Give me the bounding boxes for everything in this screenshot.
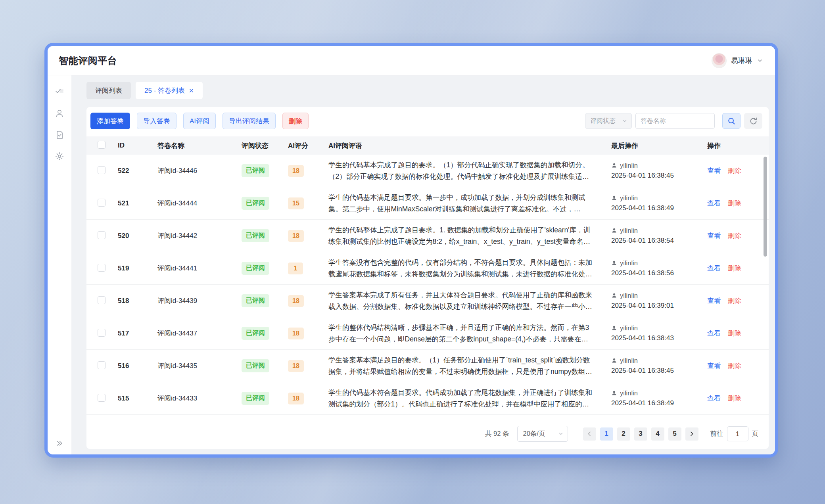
tab-review-list[interactable]: 评阅列表 — [86, 82, 131, 99]
view-link[interactable]: 查看 — [707, 166, 721, 175]
row-checkbox[interactable] — [98, 231, 106, 239]
delete-link[interactable]: 删除 — [728, 199, 741, 208]
operator-name: yilinlin — [620, 389, 638, 397]
row-checkbox[interactable] — [98, 361, 106, 369]
row-id: 519 — [110, 264, 150, 272]
table-row: 515 评阅id-34433 已评阅 18 学生的代码基本符合题目要求。代码成功… — [86, 382, 769, 415]
row-checkbox[interactable] — [98, 296, 106, 304]
row-id: 522 — [110, 167, 150, 175]
row-checkbox[interactable] — [98, 394, 106, 402]
ai-comment: 学生的代码整体上完成了题目要求。1. 数据集的加载和划分正确使用了'sklear… — [328, 224, 604, 247]
person-icon — [611, 228, 617, 234]
delete-link[interactable]: 删除 — [728, 231, 741, 240]
prev-page-button[interactable] — [583, 427, 596, 441]
review-checklist-icon — [55, 87, 64, 97]
col-header-comment: AI评阅评语 — [321, 141, 604, 150]
main-content: 评阅列表 25 - 答卷列表 添加答卷 导入答卷 AI评 — [71, 75, 775, 454]
chevron-down-icon — [558, 431, 564, 437]
tab-close-icon[interactable] — [189, 88, 194, 93]
col-header-name: 答卷名称 — [150, 141, 234, 150]
user-avatar[interactable] — [712, 53, 727, 68]
row-name: 评阅id-34441 — [150, 264, 234, 273]
desktop-background: 智能评阅平台 易琳琳 — [0, 0, 825, 504]
person-icon — [611, 195, 617, 201]
delete-link[interactable]: 删除 — [728, 264, 741, 273]
row-name: 评阅id-34446 — [150, 166, 234, 175]
row-name: 评阅id-34444 — [150, 199, 234, 208]
toolbar: 添加答卷 导入答卷 AI评阅 导出评阅结果 删除 评阅状态 — [86, 107, 769, 129]
export-results-button[interactable]: 导出评阅结果 — [223, 113, 276, 129]
view-link[interactable]: 查看 — [707, 264, 721, 273]
person-icon — [611, 325, 617, 331]
row-id: 520 — [110, 232, 150, 240]
chevron-right-icon — [689, 431, 695, 437]
operator-name: yilinlin — [620, 259, 638, 267]
operation-time: 2025-04-01 16:38:49 — [611, 399, 700, 407]
score-badge: 1 — [288, 263, 303, 274]
app-body: 评阅列表 25 - 答卷列表 添加答卷 导入答卷 AI评 — [48, 75, 775, 454]
row-checkbox[interactable] — [98, 199, 106, 207]
search-button[interactable] — [722, 113, 741, 129]
view-link[interactable]: 查看 — [707, 231, 721, 240]
col-header-actions: 操作 — [700, 141, 769, 150]
delete-link[interactable]: 删除 — [728, 166, 741, 175]
goto-suffix: 页 — [752, 429, 759, 438]
row-checkbox[interactable] — [98, 166, 106, 174]
person-icon — [611, 163, 617, 169]
table-row: 519 评阅id-34441 已评阅 1 学生答案没有包含完整的代码，仅有部分结… — [86, 252, 769, 285]
operator-name: yilinlin — [620, 324, 638, 332]
refresh-button[interactable] — [744, 113, 762, 129]
ai-comment: 学生的代码基本完成了题目的要求。（1）部分代码正确实现了数据集的加载和切分。（2… — [328, 159, 604, 182]
goto-page-input[interactable] — [727, 426, 748, 441]
sidebar-collapse-button[interactable] — [48, 439, 71, 447]
delete-link[interactable]: 删除 — [728, 329, 741, 338]
select-all-checkbox[interactable] — [98, 141, 106, 149]
col-header-id: ID — [110, 142, 150, 149]
tab-answer-list[interactable]: 25 - 答卷列表 — [136, 82, 203, 99]
page-button-1[interactable]: 1 — [600, 427, 613, 441]
sidebar-item-users[interactable] — [52, 105, 67, 121]
row-checkbox[interactable] — [98, 329, 106, 337]
operation-time: 2025-04-01 16:38:49 — [611, 204, 700, 212]
row-checkbox[interactable] — [98, 264, 106, 272]
page-button-3[interactable]: 3 — [634, 427, 647, 441]
delete-link[interactable]: 删除 — [728, 361, 741, 370]
view-link[interactable]: 查看 — [707, 199, 721, 208]
next-page-button[interactable] — [685, 427, 698, 441]
view-link[interactable]: 查看 — [707, 296, 721, 305]
sidebar-item-answer-sheets[interactable] — [52, 127, 67, 143]
page-button-2[interactable]: 2 — [617, 427, 630, 441]
delete-link[interactable]: 删除 — [728, 296, 741, 305]
col-header-status: 评阅状态 — [234, 141, 280, 150]
operation-time: 2025-04-01 16:38:45 — [611, 172, 700, 180]
add-answer-button[interactable]: 添加答卷 — [90, 113, 130, 129]
import-answer-button[interactable]: 导入答卷 — [137, 113, 177, 129]
view-link[interactable]: 查看 — [707, 361, 721, 370]
ai-review-button[interactable]: AI评阅 — [183, 113, 216, 129]
view-link[interactable]: 查看 — [707, 329, 721, 338]
sidebar-item-settings[interactable] — [52, 148, 67, 164]
view-link[interactable]: 查看 — [707, 394, 721, 403]
user-menu[interactable]: 易琳琳 — [712, 53, 763, 68]
tab-bar: 评阅列表 25 - 答卷列表 — [86, 82, 769, 99]
review-status-select[interactable]: 评阅状态 — [585, 113, 632, 129]
page-size-select[interactable]: 20条/页 — [517, 426, 568, 442]
goto-page-group: 前往 页 — [710, 426, 759, 441]
answer-list-card: 添加答卷 导入答卷 AI评阅 导出评阅结果 删除 评阅状态 — [86, 107, 769, 449]
delete-link[interactable]: 删除 — [728, 394, 741, 403]
delete-button[interactable]: 删除 — [282, 113, 309, 129]
score-badge: 18 — [288, 165, 304, 177]
row-id: 517 — [110, 330, 150, 337]
table-row: 517 评阅id-34437 已评阅 18 学生的整体代码结构清晰，步骤基本正确… — [86, 317, 769, 350]
sidebar-item-review-list[interactable] — [52, 84, 67, 100]
page-button-5[interactable]: 5 — [668, 427, 681, 441]
row-name: 评阅id-34433 — [150, 394, 234, 403]
person-icon — [611, 293, 617, 299]
operation-time: 2025-04-01 16:38:45 — [611, 367, 700, 375]
page-button-4[interactable]: 4 — [651, 427, 664, 441]
row-name: 评阅id-34439 — [150, 296, 234, 305]
vertical-scrollbar[interactable] — [764, 157, 767, 257]
answer-name-input[interactable] — [635, 113, 715, 129]
chevron-left-icon — [586, 431, 593, 437]
page-size-value: 20条/页 — [523, 429, 545, 438]
